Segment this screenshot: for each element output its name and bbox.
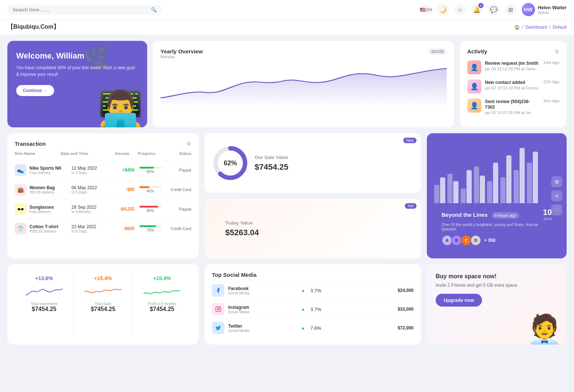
bar-chart-card: ⚙ ≡ 🛒 Beyond the Lines 6 hours ago 10 Ju… [427,133,567,258]
avatar-row: A B C D + 350 [442,235,552,246]
buy-space-desc: Invite 2 Friends and get 5 GB extra spac… [436,283,558,288]
beyond-date: 10 [543,208,552,216]
table-row: 👟 Nike Sports NK Free delivery 12 May 20… [15,160,191,180]
messages-button[interactable]: 💬 [488,4,500,15]
social-media-title: Top Social Media [212,272,414,278]
facebook-amount: $24,000 [398,288,414,293]
twitter-icon [212,322,224,334]
table-row: 👕 Cotton T-shirt ₹283.65 delivery 22 Mar… [15,219,191,238]
bar-group [487,163,498,203]
donut-label: 62% [224,159,237,167]
bar-group [500,155,511,203]
svg-rect-2 [216,307,220,311]
spark-pct-3: +15.4% [153,275,171,281]
spark-item-1: +13.6% Total Investment $7454.25 [15,272,74,337]
facebook-icon [212,284,224,297]
activity-thumb-3: 👤 [467,99,481,113]
search-input[interactable] [13,7,148,13]
beyond-desc: One Of the world,s brightest, young surf… [442,222,552,231]
svg-point-3 [217,308,219,310]
instagram-info: Instagram Social Media [228,305,297,314]
tr-icon-3: 🕶️ [15,203,26,215]
activity-text-1: Review request jim Smith jan 03 19 12:25… [485,60,540,71]
transaction-title: Transaction [15,141,46,147]
tr-income-2: -$80 [114,187,135,192]
continue-button[interactable]: Continue → [16,85,54,96]
yearly-chart [160,65,447,105]
language-selector[interactable]: 🇺🇸 EN [420,4,432,15]
chart-cart-icon[interactable]: 🛒 [551,204,562,215]
sale-label: Our Sale Value [255,155,414,160]
tr-icon-2: 👜 [15,184,26,195]
transaction-settings-icon[interactable]: ⚙ [187,141,191,146]
sparkline-chart-3 [144,284,180,299]
spark-pct-2: +15.4% [94,275,112,281]
sale-value-card: New 62% Our Sale Value $7454.25 [205,133,421,193]
welcome-card: 🌿 Welcome, William You have completed 40… [7,41,147,127]
breadcrumb-current: Default [553,25,567,30]
yearly-overview-card: Yearly Overview Monday 50/100 [153,41,454,127]
yearly-badge: 50/100 [428,48,447,55]
beyond-section: Beyond the Lines 6 hours ago 10 June One… [434,203,559,251]
sparkline-chart-2 [85,284,121,299]
activity-settings-icon[interactable]: ⚙ [554,49,559,54]
tr-date-4: 22 Mar 2022 In 8 Days [71,224,113,233]
activity-time-3: 30m Ago [543,99,559,103]
user-role: Admin [538,10,567,15]
main-content: 🌿 Welcome, William You have completed 40… [0,35,574,350]
tr-date-3: 28 Sep 2022 In 4 Months [71,205,113,214]
sales-column: New 62% Our Sale Value $7454.25 Hot [205,133,421,258]
beyond-title: Beyond the Lines [442,212,488,218]
search-bar: 🔍 [7,5,162,15]
bar-group [527,152,538,203]
activity-item-2: 👤 New contact added jan 02 19 03:10 PM a… [467,80,559,93]
social-row-instagram: Instagram Social Media ▲ 3.7% $33,000 [212,300,414,318]
activity-time-2: 22m Ago [543,80,559,84]
twitter-amount: $72,000 [398,325,414,331]
instagram-pct-val: 3.7% [310,307,321,312]
tr-item-3: Sunglasses Free delivery [29,205,71,214]
tr-status-2: Credit Card [166,187,191,192]
new-badge: New [403,138,417,143]
top-nav: 🔍 🇺🇸 EN 🌙 ☆ 🔔 4 💬 ⊞ HW Helen Walter Admi… [0,0,574,20]
user-menu[interactable]: HW Helen Walter Admin [522,3,567,16]
tr-progress-1: 65% [135,167,166,174]
activity-item-1: 👤 Review request jim Smith jan 03 19 12:… [467,60,559,74]
breadcrumb: 🏠 / Dashboard / Default [514,25,567,30]
facebook-pct: ▲ [301,288,305,293]
breadcrumb-dashboard[interactable]: Dashboard [525,25,547,30]
user-name: Helen Walter [538,5,567,10]
spark-label-3: Profit in 6 months [148,302,176,306]
dark-mode-toggle[interactable]: 🌙 [437,4,449,15]
spark-pct-1: +13.6% [35,275,53,281]
tr-status-4: Credit Card [166,226,191,231]
instagram-pct: ▲ [301,307,305,312]
yearly-title: Yearly Overview [160,48,203,54]
fullscreen-button[interactable]: ⊞ [505,4,517,15]
spark-value-3: $7454.25 [150,306,174,312]
twitter-info: Twitter Social Media [228,324,297,333]
beyond-time: 6 hours ago [492,212,519,219]
bar-group [514,148,525,203]
welcome-title: Welcome, William [16,51,138,61]
upgrade-button[interactable]: Upgrade now [436,294,482,307]
chart-filter-icon[interactable]: ≡ [551,190,562,201]
social-row-facebook: Facebook Social Media ▲ 3.7% $24,000 [212,281,414,300]
tr-progress-2: 45% [135,186,166,193]
favorites-button[interactable]: ☆ [454,4,466,15]
spark-item-3: +15.4% Profit in 6 months $7454.25 [133,272,191,337]
avatar: HW [522,3,535,16]
tr-date-1: 12 May 2022 In 6 Days [71,166,113,175]
home-icon[interactable]: 🏠 [514,25,520,30]
tr-date-2: 06 May 2022 In 5 Days [71,185,113,194]
activity-text-3: Sent review (504)236-7302 jan 02 19 07:3… [485,99,540,115]
svg-point-4 [219,308,220,308]
chart-settings-icon[interactable]: ⚙ [551,176,562,187]
bar-chart-area [434,144,559,203]
spark-label-2: Total Gain [95,302,111,306]
tr-icon-4: 👕 [15,223,26,234]
notifications-button[interactable]: 🔔 4 [471,4,483,15]
today-value-card: Hot Today Value $5263.04 [205,199,421,258]
row-2: Transaction ⚙ Item Name Date and Time In… [7,133,567,258]
spark-label-1: Total Investment [31,302,57,306]
